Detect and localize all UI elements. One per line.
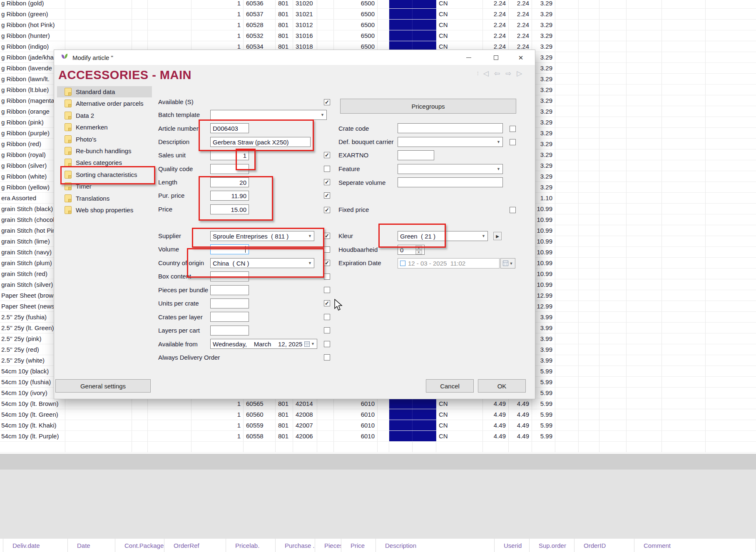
kleur-detail-button[interactable]: ▶ bbox=[493, 232, 502, 240]
box-content-checkbox[interactable] bbox=[324, 274, 330, 280]
article-number-input[interactable]: D006403 bbox=[210, 123, 249, 133]
available-checkbox[interactable] bbox=[324, 99, 330, 105]
sidebar-item-photo-s[interactable]: Photo's bbox=[57, 134, 152, 145]
table-row[interactable]: g Ribbon (hot Pink)160528801310126500CN2… bbox=[0, 20, 756, 30]
column-header-purchase-[interactable]: Purchase ... bbox=[276, 539, 315, 552]
batch-template-combo[interactable]: ▼ bbox=[210, 110, 327, 120]
previous-record-icon[interactable]: ⇦ bbox=[494, 69, 500, 78]
supplier-combo[interactable]: Sproule Entreprises ( 811 )▼ bbox=[210, 231, 314, 241]
sidebar-item-label: Photo's bbox=[76, 136, 97, 143]
sidebar-item-data-2[interactable]: Data 2 bbox=[57, 110, 152, 121]
pur-price-checkbox[interactable] bbox=[324, 192, 330, 199]
crates-per-layer-input[interactable] bbox=[210, 312, 249, 322]
pricegroups-button[interactable]: Pricegroups bbox=[340, 99, 516, 114]
general-settings-button[interactable]: General settings bbox=[55, 379, 151, 393]
quality-code-checkbox[interactable] bbox=[324, 166, 330, 172]
table-row[interactable]: g Ribbon (hunter)160532801310166500CN2.2… bbox=[0, 30, 756, 41]
column-header-sup-order[interactable]: Sup.order bbox=[530, 539, 574, 552]
column-header-pieces[interactable]: Pieces bbox=[315, 539, 341, 552]
spin-down-icon[interactable]: ▼ bbox=[415, 250, 422, 254]
country-of-origin-combo[interactable]: China ( CN )▼ bbox=[210, 258, 314, 268]
pieces-per-bundle-checkbox[interactable] bbox=[324, 287, 330, 293]
separate-volume-input[interactable] bbox=[398, 177, 503, 187]
column-header-orderref[interactable]: OrderRef bbox=[164, 539, 226, 552]
last-record-icon[interactable]: ▷ bbox=[517, 69, 522, 78]
minimize-button[interactable] bbox=[460, 50, 477, 65]
column-header-userid[interactable]: Userid bbox=[495, 539, 530, 552]
box-content-input[interactable] bbox=[210, 271, 249, 281]
sidebar-item-sales-categories[interactable]: Sales categories bbox=[57, 157, 152, 168]
column-header-pricelab-[interactable]: Pricelab. bbox=[226, 539, 276, 552]
column-header-date[interactable]: Date bbox=[68, 539, 115, 552]
close-button[interactable]: ✕ bbox=[512, 50, 530, 65]
sidebar-item-re-bunch-handlings[interactable]: Re-bunch handlings bbox=[57, 145, 152, 157]
table-row[interactable]: 54cm 10y (lt. Purple)160558801420066010C… bbox=[0, 431, 756, 442]
kleur-combo[interactable]: Green ( 21 )▼ bbox=[398, 231, 488, 241]
pur-price-input[interactable]: 11.90 bbox=[210, 191, 249, 201]
length-input[interactable]: 20 bbox=[210, 177, 249, 187]
volume-checkbox[interactable] bbox=[324, 246, 330, 253]
sidebar-item-translations[interactable]: Translations bbox=[57, 193, 152, 204]
sidebar-item-standard-data[interactable]: Standard data bbox=[57, 86, 152, 97]
next-record-icon[interactable]: ⇨ bbox=[505, 69, 511, 78]
calendar-dropdown[interactable]: ▼ bbox=[304, 341, 315, 347]
units-per-crate-checkbox[interactable] bbox=[324, 300, 330, 306]
price-checkbox[interactable] bbox=[324, 207, 330, 213]
table-row[interactable]: 54cm 10y (lt. Khaki)160559801420076010CN… bbox=[0, 420, 756, 431]
column-header-price[interactable]: Price bbox=[341, 539, 376, 552]
crate-code-input[interactable] bbox=[398, 123, 503, 133]
description-input[interactable]: Gerbera Straw (pack X250) bbox=[210, 137, 311, 147]
volume-input[interactable] bbox=[210, 244, 249, 254]
always-delivery-checkbox[interactable] bbox=[324, 354, 330, 361]
units-per-crate-input[interactable] bbox=[210, 298, 249, 308]
table-row[interactable]: 54cm 10y (lt. Brown)160565801420146010CN… bbox=[0, 398, 756, 409]
sidebar-item-web-shop-properties[interactable]: Web shop properties bbox=[57, 204, 152, 216]
expiration-calendar-button[interactable]: ▼ bbox=[500, 258, 515, 269]
spinner-buttons[interactable]: ▲▼ bbox=[415, 246, 422, 254]
first-record-icon[interactable]: ◁ bbox=[483, 69, 489, 78]
expiration-date-field[interactable]: 12 - 03 - 2025 11:02 bbox=[398, 258, 500, 269]
def-bouquet-carrier-combo[interactable]: ▼ bbox=[398, 137, 503, 147]
houdbaarheid-spinner[interactable]: 0 ▲▼ bbox=[398, 245, 425, 255]
table-row[interactable]: g Ribbon (green)160537801310216500CN2.24… bbox=[0, 9, 756, 20]
column-header-orderid[interactable]: OrderID bbox=[574, 539, 634, 552]
cancel-button[interactable]: Cancel bbox=[426, 379, 474, 393]
length-checkbox[interactable] bbox=[324, 179, 330, 185]
sidebar-item-kenmerken[interactable]: Kenmerken bbox=[57, 122, 152, 133]
sidebar-item-alternative-order-parcels[interactable]: Alternative order parcels bbox=[57, 98, 152, 109]
available-from-checkbox[interactable] bbox=[324, 341, 330, 347]
layers-per-cart-input[interactable] bbox=[210, 326, 249, 336]
def-bouquet-checkbox[interactable] bbox=[510, 139, 516, 145]
expiration-enable-checkbox[interactable] bbox=[400, 261, 405, 266]
layers-per-cart-checkbox[interactable] bbox=[324, 327, 330, 333]
price-input[interactable]: 15.00 bbox=[210, 204, 249, 214]
table-row[interactable] bbox=[0, 442, 756, 453]
sidebar-item-sorting-characteristics[interactable]: Sorting characteristics bbox=[57, 169, 152, 180]
exartno-input[interactable] bbox=[398, 150, 434, 160]
column-header-comment[interactable]: Comment bbox=[634, 539, 756, 552]
column-header-description[interactable]: Description bbox=[376, 539, 495, 552]
pieces-per-bundle-input[interactable] bbox=[210, 285, 249, 295]
country-checkbox[interactable] bbox=[324, 260, 330, 266]
feature-combo[interactable]: ▼ bbox=[398, 164, 503, 174]
dialog-titlebar[interactable]: Modify article " ✕ bbox=[54, 50, 535, 65]
crate-code-checkbox[interactable] bbox=[510, 126, 516, 132]
maximize-button[interactable] bbox=[487, 50, 505, 65]
supplier-checkbox[interactable] bbox=[324, 233, 330, 239]
quality-code-input[interactable] bbox=[210, 164, 249, 174]
table-cell: 6500 bbox=[334, 30, 378, 41]
column-header-deliv-date[interactable]: Deliv.date bbox=[3, 539, 68, 552]
table-cell bbox=[555, 269, 579, 279]
ok-button[interactable]: OK bbox=[478, 379, 526, 393]
sales-unit-input[interactable]: 1 bbox=[210, 150, 249, 160]
spin-up-icon[interactable]: ▲ bbox=[415, 246, 422, 250]
table-row[interactable]: g Ribbon (gold)160536801310206500CN2.242… bbox=[0, 0, 756, 9]
table-row[interactable]: 54cm 10y (lt. Green)160560801420086010CN… bbox=[0, 409, 756, 420]
sales-unit-checkbox[interactable] bbox=[324, 152, 330, 158]
horizontal-scroll-band[interactable] bbox=[0, 454, 756, 470]
fixed-price-checkbox[interactable] bbox=[510, 207, 516, 213]
crates-per-layer-checkbox[interactable] bbox=[324, 314, 330, 320]
sidebar-item-timer[interactable]: Timer bbox=[57, 181, 152, 192]
column-header-cont-package[interactable]: Cont.Package bbox=[115, 539, 164, 552]
available-from-datepicker[interactable]: Wednesday, March 12, 2025 ▼ bbox=[210, 339, 317, 349]
